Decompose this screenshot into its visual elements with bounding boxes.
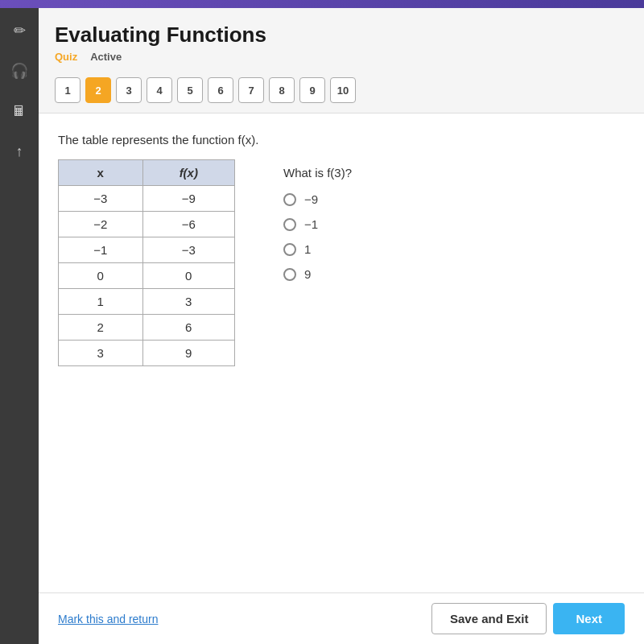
question-nav: 1 2 3 4 5 6 7 8 9 10 bbox=[39, 71, 644, 114]
function-table-section: x f(x) −3 −9 −2 −6 bbox=[58, 159, 235, 366]
page-title: Evaluating Functions bbox=[55, 23, 628, 47]
fx-value: −6 bbox=[142, 212, 234, 237]
content-area: Evaluating Functions Quiz Active 1 2 3 4… bbox=[39, 8, 644, 644]
nav-btn-9[interactable]: 9 bbox=[299, 77, 325, 103]
sidebar: ✏ 🎧 🖩 ↑ bbox=[0, 8, 39, 644]
col-header-fx: f(x) bbox=[142, 160, 234, 186]
table-row: 1 3 bbox=[59, 289, 235, 315]
save-exit-button[interactable]: Save and Exit bbox=[431, 603, 547, 634]
option-9[interactable]: 9 bbox=[283, 267, 625, 281]
nav-btn-3[interactable]: 3 bbox=[116, 77, 142, 103]
spacer bbox=[39, 366, 644, 592]
top-bar bbox=[0, 0, 644, 8]
fx-value: −3 bbox=[142, 237, 234, 263]
header: Evaluating Functions Quiz Active bbox=[39, 8, 644, 71]
quiz-label: Quiz bbox=[55, 51, 77, 63]
arrow-up-icon[interactable]: ↑ bbox=[6, 138, 32, 164]
x-value: −2 bbox=[59, 212, 143, 237]
table-row: 0 0 bbox=[59, 263, 235, 289]
table-row: 2 6 bbox=[59, 315, 235, 341]
x-value: −1 bbox=[59, 237, 143, 263]
fx-value: 9 bbox=[142, 341, 234, 366]
table-row: −2 −6 bbox=[59, 212, 235, 237]
active-label: Active bbox=[90, 51, 122, 63]
headphones-icon[interactable]: 🎧 bbox=[6, 58, 32, 84]
fx-value: 0 bbox=[142, 263, 234, 289]
answer-section: What is f(3)? −9 −1 1 bbox=[283, 159, 625, 292]
fx-value: −9 bbox=[142, 186, 234, 212]
x-value: −3 bbox=[59, 186, 143, 212]
nav-btn-4[interactable]: 4 bbox=[147, 77, 172, 103]
x-value: 0 bbox=[59, 263, 143, 289]
col-header-x: x bbox=[59, 160, 143, 186]
mark-return-link[interactable]: Mark this and return bbox=[58, 613, 159, 625]
function-table: x f(x) −3 −9 −2 −6 bbox=[58, 159, 235, 366]
x-value: 3 bbox=[59, 341, 143, 366]
question-content: The table represents the function f(x). … bbox=[39, 114, 644, 366]
pencil-icon[interactable]: ✏ bbox=[6, 18, 32, 43]
x-value: 2 bbox=[59, 315, 143, 341]
nav-btn-8[interactable]: 8 bbox=[269, 77, 295, 103]
option-1[interactable]: 1 bbox=[283, 242, 625, 256]
table-row: −3 −9 bbox=[59, 186, 235, 212]
calculator-icon[interactable]: 🖩 bbox=[6, 98, 32, 124]
nav-btn-2[interactable]: 2 bbox=[85, 77, 111, 103]
main-layout: ✏ 🎧 🖩 ↑ Evaluating Functions Quiz Active… bbox=[0, 8, 644, 644]
radio-neg1[interactable] bbox=[283, 218, 296, 231]
option-neg9-label: −9 bbox=[304, 192, 318, 206]
table-row: −1 −3 bbox=[59, 237, 235, 263]
option-9-label: 9 bbox=[304, 267, 311, 281]
nav-btn-6[interactable]: 6 bbox=[208, 77, 233, 103]
option-neg9[interactable]: −9 bbox=[283, 192, 625, 206]
what-is-question: What is f(3)? bbox=[283, 166, 625, 180]
question-description: The table represents the function f(x). bbox=[58, 133, 625, 147]
fx-value: 3 bbox=[142, 289, 234, 315]
footer-buttons: Save and Exit Next bbox=[431, 603, 625, 634]
nav-btn-1[interactable]: 1 bbox=[55, 77, 80, 103]
table-row: 3 9 bbox=[59, 341, 235, 366]
nav-btn-7[interactable]: 7 bbox=[238, 77, 264, 103]
nav-btn-5[interactable]: 5 bbox=[177, 77, 203, 103]
radio-1[interactable] bbox=[283, 243, 296, 256]
footer: Mark this and return Save and Exit Next bbox=[39, 592, 644, 644]
header-subtitle: Quiz Active bbox=[55, 51, 628, 63]
fx-value: 6 bbox=[142, 315, 234, 341]
radio-neg9[interactable] bbox=[283, 193, 296, 206]
option-neg1[interactable]: −1 bbox=[283, 217, 625, 231]
nav-btn-10[interactable]: 10 bbox=[330, 77, 356, 103]
x-value: 1 bbox=[59, 289, 143, 315]
option-1-label: 1 bbox=[304, 242, 311, 256]
option-neg1-label: −1 bbox=[304, 217, 318, 231]
two-col-layout: x f(x) −3 −9 −2 −6 bbox=[58, 159, 625, 366]
next-button[interactable]: Next bbox=[553, 603, 625, 634]
radio-9[interactable] bbox=[283, 268, 296, 281]
